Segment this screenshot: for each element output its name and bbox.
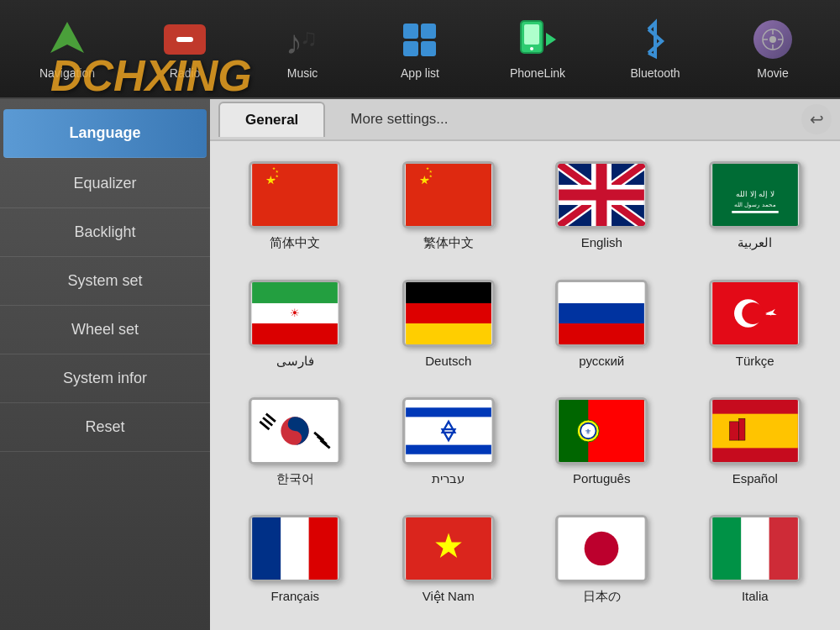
svg-rect-77 <box>252 517 281 580</box>
lang-name-hebrew: עברית <box>432 471 465 486</box>
back-button[interactable]: ↩ <box>801 104 832 134</box>
flag-tr <box>709 280 801 347</box>
lang-name-zh-traditional: 繁体中文 <box>423 235 474 251</box>
svg-rect-4 <box>524 24 539 45</box>
list-item[interactable]: 日本の <box>530 508 674 617</box>
list-item[interactable]: русский <box>530 273 674 381</box>
nav-arrow-icon <box>45 18 89 61</box>
sidebar-item-language[interactable]: Language <box>3 109 207 158</box>
nav-item-radio[interactable]: Radio <box>147 11 223 87</box>
svg-point-83 <box>585 532 619 566</box>
list-item[interactable]: 简体中文 <box>223 155 367 263</box>
svg-rect-42 <box>252 323 338 344</box>
applist-icon <box>398 18 442 61</box>
list-item[interactable]: Français <box>223 508 367 617</box>
list-item[interactable]: ☀ فارسی <box>223 273 367 381</box>
svg-rect-47 <box>559 282 644 303</box>
sidebar-item-system-set[interactable]: System set <box>0 257 210 306</box>
flag-it <box>709 515 801 582</box>
nav-item-movie[interactable]: Movie <box>735 11 811 87</box>
flag-es <box>709 397 801 465</box>
lang-name-deutsch: Deutsch <box>425 354 471 368</box>
flag-uk <box>555 161 648 228</box>
lang-name-vietnamese: Việt Nam <box>423 589 475 604</box>
phonelink-icon <box>516 18 559 61</box>
flag-vn <box>402 515 495 582</box>
tab-general[interactable]: General <box>218 102 325 137</box>
list-item[interactable]: 繁体中文 <box>377 155 521 263</box>
svg-rect-75 <box>729 421 738 439</box>
list-item[interactable]: 한국어 <box>223 391 367 499</box>
lang-name-spanish: Español <box>732 471 778 486</box>
top-navigation: Navigation Radio ♪ ♫ Music App list <box>0 0 840 99</box>
nav-item-applist[interactable]: App list <box>382 11 458 87</box>
radio-icon <box>163 18 207 61</box>
svg-point-52 <box>742 302 764 324</box>
sidebar-item-wheel-set[interactable]: Wheel set <box>0 306 210 354</box>
svg-rect-64 <box>406 407 491 417</box>
lang-name-russian: русский <box>579 354 624 368</box>
list-item[interactable]: Türkçe <box>684 273 827 381</box>
lang-name-japanese: 日本の <box>583 589 621 605</box>
tab-bar: General More settings... ↩ <box>210 99 840 141</box>
lang-name-italian: Italia <box>742 589 769 603</box>
svg-rect-74 <box>712 413 798 448</box>
nav-item-music[interactable]: ♪ ♫ Music <box>265 11 340 87</box>
lang-name-arabic: العربية <box>738 235 772 250</box>
svg-rect-35 <box>559 190 644 201</box>
svg-text:☀: ☀ <box>290 306 300 318</box>
list-item[interactable]: لا إله إلا الله محمد رسول الله العربية <box>684 155 827 263</box>
lang-name-korean: 한국어 <box>276 471 314 487</box>
lang-name-french: Français <box>270 589 319 603</box>
svg-rect-40 <box>252 282 338 303</box>
svg-rect-78 <box>281 517 309 580</box>
content-panel: General More settings... ↩ <box>210 99 840 630</box>
sidebar-item-reset[interactable]: Reset <box>0 403 210 452</box>
list-item[interactable]: עברית <box>377 391 521 499</box>
nav-item-navigation[interactable]: Navigation <box>29 11 105 87</box>
svg-rect-44 <box>406 282 491 303</box>
svg-rect-84 <box>712 517 741 580</box>
nav-item-bluetooth[interactable]: Bluetooth <box>617 11 693 87</box>
svg-rect-21 <box>406 164 491 226</box>
svg-rect-48 <box>559 303 644 323</box>
flag-de <box>402 280 495 347</box>
svg-text:محمد رسول الله: محمد رسول الله <box>734 201 775 208</box>
nav-label-music: Music <box>287 66 318 80</box>
flag-il <box>402 397 495 465</box>
svg-text:♫: ♫ <box>300 24 318 50</box>
list-item[interactable]: Italia <box>684 508 827 617</box>
flag-sa: لا إله إلا الله محمد رسول الله <box>709 161 801 228</box>
svg-text:⚜: ⚜ <box>585 427 592 435</box>
svg-marker-6 <box>546 33 556 46</box>
flag-pt: ⚜ <box>555 397 648 465</box>
list-item[interactable]: English <box>530 155 674 263</box>
nav-label-navigation: Navigation <box>39 66 95 80</box>
lang-name-zh-simplified: 简体中文 <box>270 235 320 251</box>
list-item[interactable]: Deutsch <box>377 273 521 381</box>
sidebar: Language Equalizer Backlight System set … <box>0 99 210 630</box>
language-grid: 简体中文 繁体中文 <box>210 141 840 630</box>
svg-point-8 <box>769 36 776 43</box>
list-item[interactable]: Español <box>684 391 827 499</box>
nav-label-phonelink: PhoneLink <box>510 66 565 80</box>
svg-marker-0 <box>50 22 84 53</box>
lang-name-farsi: فارسی <box>276 354 314 369</box>
sidebar-item-backlight[interactable]: Backlight <box>0 208 210 257</box>
lang-name-english: English <box>581 235 622 249</box>
svg-rect-86 <box>769 517 797 580</box>
svg-rect-76 <box>738 418 744 440</box>
list-item[interactable]: Việt Nam <box>377 508 521 617</box>
svg-point-5 <box>530 47 533 50</box>
tab-more-settings[interactable]: More settings... <box>325 102 473 136</box>
svg-rect-85 <box>741 517 769 580</box>
svg-rect-46 <box>406 323 491 344</box>
flag-jp <box>555 515 648 582</box>
sidebar-item-equalizer[interactable]: Equalizer <box>0 160 210 208</box>
nav-item-phonelink[interactable]: PhoneLink <box>500 11 575 87</box>
svg-rect-45 <box>406 303 491 323</box>
list-item[interactable]: ⚜ Português <box>530 391 674 499</box>
bluetooth-icon <box>633 18 677 61</box>
sidebar-item-system-infor[interactable]: System infor <box>0 354 210 403</box>
nav-label-applist: App list <box>401 66 439 80</box>
